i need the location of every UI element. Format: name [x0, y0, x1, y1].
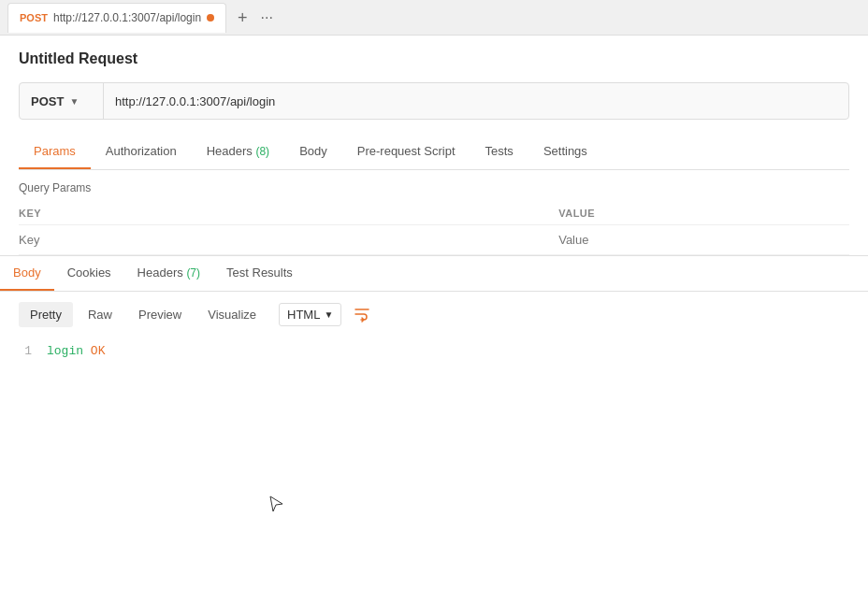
value-input[interactable]: [558, 233, 849, 247]
tab-unsaved-dot: [207, 14, 214, 22]
query-params-label: Query Params: [19, 170, 849, 202]
more-tabs-button[interactable]: ···: [255, 6, 279, 30]
method-select[interactable]: POST ▼: [20, 83, 104, 119]
pretty-button[interactable]: Pretty: [19, 302, 73, 327]
line-number: 1: [19, 344, 47, 358]
code-string: OK: [91, 344, 106, 358]
main-content: Untitled Request POST ▼ Params Authoriza…: [0, 36, 868, 255]
resp-tab-body[interactable]: Body: [0, 256, 54, 291]
key-column-header: KEY: [19, 202, 558, 225]
code-keyword: login: [47, 344, 83, 358]
value-column-header: VALUE: [558, 202, 849, 225]
raw-button[interactable]: Raw: [77, 302, 123, 327]
preview-button[interactable]: Preview: [127, 302, 193, 327]
tab-tests[interactable]: Tests: [470, 135, 528, 169]
url-bar: POST ▼: [19, 82, 849, 120]
method-text: POST: [31, 94, 64, 108]
request-tabs: Params Authorization Headers (8) Body Pr…: [19, 135, 849, 170]
tab-prerequest-script[interactable]: Pre-request Script: [342, 135, 470, 169]
response-tabs: Body Cookies Headers (7) Test Results: [0, 256, 868, 292]
resp-tab-test-results[interactable]: Test Results: [213, 256, 306, 291]
resp-tab-cookies[interactable]: Cookies: [54, 256, 124, 291]
tab-body[interactable]: Body: [284, 135, 342, 169]
table-row: [19, 225, 849, 255]
tab-bar: POST http://127.0.0.1:3007/api/login + ·…: [0, 0, 868, 36]
params-table: KEY VALUE: [19, 202, 849, 255]
active-tab[interactable]: POST http://127.0.0.1:3007/api/login: [7, 3, 226, 33]
chevron-down-icon: ▼: [324, 309, 333, 320]
code-content: login OK: [47, 344, 868, 358]
tab-authorization[interactable]: Authorization: [91, 135, 192, 169]
mouse-cursor: [269, 495, 284, 517]
tab-settings[interactable]: Settings: [528, 135, 602, 169]
resp-headers-badge: (7): [186, 266, 200, 280]
tab-params[interactable]: Params: [19, 135, 91, 169]
code-area: 1 login OK: [0, 337, 868, 366]
new-tab-button[interactable]: +: [230, 6, 255, 30]
wrap-icon: [353, 305, 371, 323]
visualize-button[interactable]: Visualize: [196, 302, 268, 327]
tab-headers[interactable]: Headers (8): [192, 135, 284, 169]
format-bar: Pretty Raw Preview Visualize HTML ▼: [0, 292, 868, 337]
resp-tab-headers[interactable]: Headers (7): [124, 256, 213, 291]
format-select[interactable]: HTML ▼: [279, 303, 341, 326]
tab-method-badge: POST: [20, 12, 48, 23]
page-title: Untitled Request: [19, 50, 849, 67]
wrap-button[interactable]: [345, 301, 379, 327]
tab-url: http://127.0.0.1:3007/api/login: [53, 11, 201, 24]
key-input[interactable]: [19, 233, 558, 247]
chevron-down-icon: ▼: [69, 96, 79, 107]
headers-badge: (8): [255, 145, 269, 158]
url-input[interactable]: [104, 94, 848, 108]
